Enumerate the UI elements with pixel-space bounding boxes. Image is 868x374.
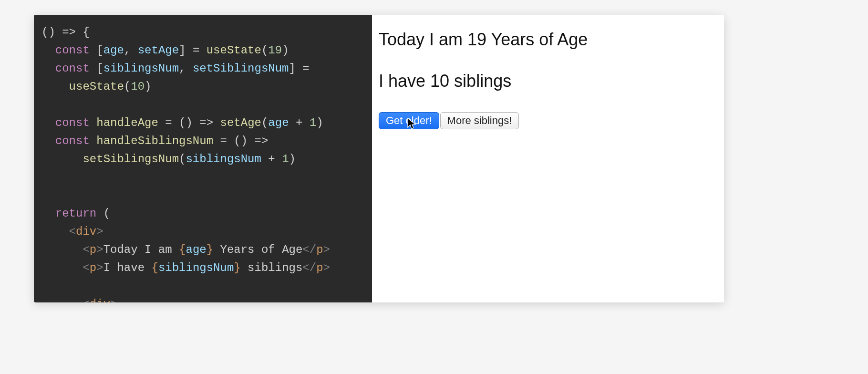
more-siblings-button[interactable]: More siblings! xyxy=(440,112,519,129)
button-row: Get older! More siblings! xyxy=(379,112,717,129)
code-editor-panel[interactable]: () => { const [age, setAge] = useState(1… xyxy=(34,15,372,302)
age-text: Today I am 19 Years of Age xyxy=(379,29,717,50)
source-code: () => { const [age, setAge] = useState(1… xyxy=(41,23,364,302)
code-preview-container: () => { const [age, setAge] = useState(1… xyxy=(34,15,724,302)
get-older-button[interactable]: Get older! xyxy=(379,112,439,129)
preview-panel: Today I am 19 Years of Age I have 10 sib… xyxy=(372,15,724,302)
siblings-text: I have 10 siblings xyxy=(379,71,717,91)
